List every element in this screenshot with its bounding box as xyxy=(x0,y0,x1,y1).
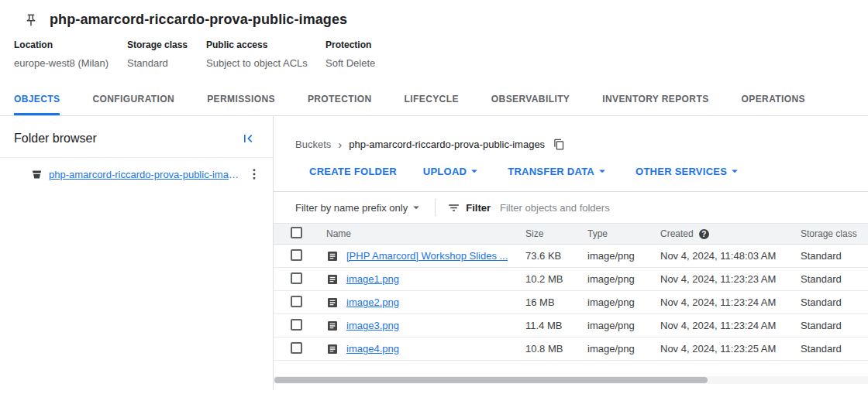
cell-type: image/png xyxy=(587,343,660,355)
meta-location: Location europe-west8 (Milan) xyxy=(14,39,127,69)
meta-value: europe-west8 (Milan) xyxy=(14,57,127,69)
row-checkbox[interactable] xyxy=(291,296,302,307)
table-row: image3.png 11.4 MB image/png Nov 4, 2024… xyxy=(274,314,868,337)
cell-size: 73.6 KB xyxy=(525,250,587,262)
arrow-drop-down-icon xyxy=(409,200,423,214)
other-services-button[interactable]: OTHER SERVICES xyxy=(636,164,742,178)
cell-storage-class: Standard xyxy=(801,320,868,331)
objects-pane: Buckets php-amarcord-riccardo-prova-publ… xyxy=(274,116,868,390)
folder-browser-header: Folder browser xyxy=(0,116,273,158)
cell-type: image/png xyxy=(587,273,660,285)
object-name-link[interactable]: image4.png xyxy=(346,343,399,355)
other-services-label: OTHER SERVICES xyxy=(636,166,727,177)
cell-storage-class: Standard xyxy=(801,343,868,355)
more-vert-icon[interactable] xyxy=(246,168,262,180)
table-row: image4.png 10.8 MB image/png Nov 4, 2024… xyxy=(274,337,868,361)
filter-list-icon xyxy=(447,201,460,214)
horizontal-scrollbar[interactable] xyxy=(274,376,868,384)
collapse-panel-icon[interactable] xyxy=(240,131,256,146)
cell-type: image/png xyxy=(587,320,660,331)
object-file-icon xyxy=(326,273,339,286)
page-title: php-amarcord-riccardo-prova-public-image… xyxy=(50,12,347,28)
row-checkbox[interactable] xyxy=(291,272,302,284)
object-name-link[interactable]: [PHP Amarcord] Workshop Slides ... xyxy=(346,250,508,262)
upload-button[interactable]: UPLOAD xyxy=(423,164,481,178)
object-file-icon xyxy=(326,250,339,262)
copy-icon[interactable] xyxy=(553,138,566,150)
tab-protection[interactable]: PROTECTION xyxy=(308,84,372,115)
meta-label: Storage class xyxy=(127,39,206,50)
breadcrumb-buckets-link[interactable]: Buckets xyxy=(295,139,331,150)
bucket-header: php-amarcord-riccardo-prova-public-image… xyxy=(0,0,868,28)
cell-size: 11.4 MB xyxy=(525,320,587,331)
tab-configuration[interactable]: CONFIGURATION xyxy=(92,84,174,115)
object-actions-toolbar: CREATE FOLDER UPLOAD TRANSFER DATA OTHER… xyxy=(274,150,868,178)
table-row: image1.png 10.2 MB image/png Nov 4, 2024… xyxy=(274,268,868,291)
tab-observability[interactable]: OBSERVABILITY xyxy=(491,84,570,115)
filter-label: Filter xyxy=(466,202,491,214)
select-all-checkbox[interactable] xyxy=(291,227,302,238)
column-header-type: Type xyxy=(587,228,660,239)
vertical-divider xyxy=(435,199,436,216)
arrow-drop-down-icon xyxy=(595,164,609,178)
filter-prefix-label: Filter by name prefix only xyxy=(295,202,408,214)
bucket-tabs: OBJECTS CONFIGURATION PERMISSIONS PROTEC… xyxy=(0,84,868,116)
cell-type: image/png xyxy=(587,250,660,262)
arrow-drop-down-icon xyxy=(467,164,481,178)
filter-bar: Filter by name prefix only Filter xyxy=(274,192,868,223)
cell-created: Nov 4, 2024, 11:23:25 AM xyxy=(660,343,801,355)
cell-type: image/png xyxy=(587,296,660,308)
cell-created: Nov 4, 2024, 11:23:24 AM xyxy=(660,296,801,308)
filter-chip: Filter xyxy=(447,201,491,214)
tab-objects[interactable]: OBJECTS xyxy=(14,84,60,115)
meta-storage-class: Storage class Standard xyxy=(127,39,206,69)
row-checkbox[interactable] xyxy=(291,249,302,261)
chevron-right-icon xyxy=(338,139,342,149)
scrollbar-thumb[interactable] xyxy=(274,377,708,383)
bucket-meta: Location europe-west8 (Milan) Storage cl… xyxy=(0,28,868,69)
cell-created: Nov 4, 2024, 11:23:24 AM xyxy=(660,320,801,331)
table-header-row: Name Size Type Created Storage class xyxy=(274,223,868,245)
create-folder-label: CREATE FOLDER xyxy=(309,166,397,177)
cell-storage-class: Standard xyxy=(801,296,868,308)
help-icon[interactable] xyxy=(699,229,709,239)
object-file-icon xyxy=(326,320,339,332)
row-checkbox[interactable] xyxy=(291,342,302,354)
cell-storage-class: Standard xyxy=(801,250,868,262)
bucket-tree-item: php-amarcord-riccardo-prova-public-image… xyxy=(0,168,273,180)
tab-lifecycle[interactable]: LIFECYCLE xyxy=(405,84,459,115)
bucket-link[interactable]: php-amarcord-riccardo-prova-public-image… xyxy=(49,169,240,180)
object-file-icon xyxy=(326,343,339,355)
column-header-name: Name xyxy=(326,228,525,239)
filter-objects-input[interactable] xyxy=(500,202,868,214)
create-folder-button[interactable]: CREATE FOLDER xyxy=(309,166,397,177)
pin-icon[interactable] xyxy=(23,12,39,28)
cell-size: 16 MB xyxy=(525,296,587,308)
transfer-data-button[interactable]: TRANSFER DATA xyxy=(508,164,609,178)
row-checkbox[interactable] xyxy=(291,319,302,331)
object-name-link[interactable]: image1.png xyxy=(346,273,399,285)
header-checkbox-cell xyxy=(274,227,326,241)
folder-browser-sidebar: Folder browser php-amarcord-riccardo-pro… xyxy=(0,116,274,390)
column-header-created: Created xyxy=(660,228,801,239)
tab-operations[interactable]: OPERATIONS xyxy=(742,84,805,115)
table-row: [PHP Amarcord] Workshop Slides ... 73.6 … xyxy=(274,245,868,268)
cell-size: 10.2 MB xyxy=(525,273,587,285)
meta-label: Protection xyxy=(326,39,375,50)
cell-storage-class: Standard xyxy=(801,273,868,285)
tab-permissions[interactable]: PERMISSIONS xyxy=(207,84,275,115)
meta-label: Location xyxy=(14,39,127,50)
tab-inventory-reports[interactable]: INVENTORY REPORTS xyxy=(602,84,708,115)
filter-prefix-dropdown[interactable]: Filter by name prefix only xyxy=(295,200,423,214)
arrow-drop-down-icon xyxy=(728,164,742,178)
created-label: Created xyxy=(660,228,694,239)
table-row: image2.png 16 MB image/png Nov 4, 2024, … xyxy=(274,291,868,314)
meta-value: Subject to object ACLs xyxy=(206,57,326,69)
object-name-link[interactable]: image3.png xyxy=(346,320,399,331)
upload-label: UPLOAD xyxy=(423,166,467,177)
object-name-link[interactable]: image2.png xyxy=(346,296,399,308)
transfer-data-label: TRANSFER DATA xyxy=(508,166,594,177)
meta-protection: Protection Soft Delete xyxy=(326,39,375,69)
meta-label: Public access xyxy=(206,39,326,50)
object-file-icon xyxy=(326,296,339,309)
